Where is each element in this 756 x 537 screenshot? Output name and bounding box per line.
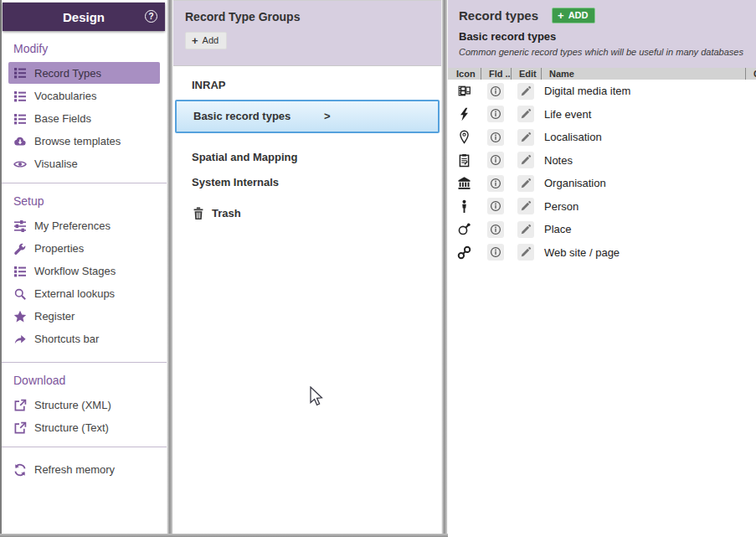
info-button[interactable] <box>487 198 504 214</box>
edit-button[interactable] <box>517 106 534 122</box>
group-description: Common generic record types which will b… <box>459 47 756 57</box>
groups-header: Record Type Groups + Add <box>173 1 441 66</box>
edit-button[interactable] <box>517 175 534 192</box>
record-type-name: Web site / page <box>541 246 745 259</box>
list-icon <box>13 265 27 278</box>
table-row: Web site / page <box>448 241 756 265</box>
globe-pin-icon <box>448 222 481 236</box>
edit-button[interactable] <box>517 83 534 100</box>
edit-button[interactable] <box>517 198 534 214</box>
edit-button[interactable] <box>517 244 534 261</box>
sidebar-item-browse-templates[interactable]: Browse templates <box>2 130 167 152</box>
pencil-icon <box>520 200 532 212</box>
group-item-basic-record-types[interactable]: Basic record types > <box>175 100 440 133</box>
splitter-right[interactable] <box>441 0 448 537</box>
group-item-inrap[interactable]: INRAP <box>173 73 441 98</box>
sidebar-item-my-preferences[interactable]: My Preferences <box>2 214 167 237</box>
info-icon <box>490 200 501 212</box>
info-icon <box>490 132 501 143</box>
groups-panel-title: Record Type Groups <box>185 10 441 23</box>
pencil-icon <box>520 178 532 189</box>
sidebar-header: Design ? <box>3 3 165 31</box>
info-button[interactable] <box>487 106 504 122</box>
selected-group-name: Basic record types <box>459 30 756 43</box>
group-item-label: Trash <box>212 201 241 226</box>
edit-button[interactable] <box>517 152 534 168</box>
record-type-groups-panel: Record Type Groups + Add INRAP Basic rec… <box>173 0 441 534</box>
pencil-icon <box>520 224 532 235</box>
person-icon <box>448 199 481 214</box>
share-arrow-icon <box>13 333 27 346</box>
add-record-type-button[interactable]: + ADD <box>552 8 595 23</box>
group-item-label: Basic record types <box>193 104 291 129</box>
splitter-left[interactable] <box>167 0 173 537</box>
table-row: Person <box>448 195 756 219</box>
group-item-trash[interactable]: Trash <box>173 201 441 226</box>
sidebar-item-base-fields[interactable]: Base Fields <box>2 107 167 130</box>
record-type-name: Notes <box>541 154 745 167</box>
list-icon <box>13 66 27 80</box>
sidebar-item-label: Refresh memory <box>34 463 115 476</box>
info-icon <box>490 108 501 120</box>
sidebar-item-label: Structure (Text) <box>34 421 109 434</box>
edit-button[interactable] <box>517 221 534 238</box>
info-button[interactable] <box>487 175 504 192</box>
link-icon <box>448 245 481 260</box>
table-row: Place <box>448 218 756 241</box>
group-item-system-internals[interactable]: System Internals <box>173 170 441 195</box>
sidebar-item-refresh-memory[interactable]: Refresh memory <box>2 458 167 481</box>
bottom-scrollbar-track[interactable] <box>0 534 448 537</box>
column-header-icon: Icon <box>448 68 481 80</box>
sidebar-item-label: Register <box>34 310 75 323</box>
sidebar-item-register[interactable]: Register <box>2 305 167 328</box>
list-icon <box>13 112 27 126</box>
pencil-icon <box>520 108 532 120</box>
trash-icon <box>192 207 205 220</box>
sidebar-menu: Modify Record Types Vocabularies Base Fi… <box>2 31 167 481</box>
table-row: Localisation <box>448 126 756 149</box>
sidebar-item-workflow-stages[interactable]: Workflow Stages <box>2 260 167 282</box>
sidebar-item-record-types[interactable]: Record Types <box>8 62 160 84</box>
group-item-label: Spatial and Mapping <box>192 145 297 170</box>
types-table-header: Icon Fld ... Edit Name C <box>448 68 756 80</box>
pencil-icon <box>520 246 532 258</box>
sidebar-item-label: Workflow Stages <box>34 265 116 277</box>
sidebar-item-properties[interactable]: Properties <box>2 237 167 260</box>
help-icon[interactable]: ? <box>145 10 157 23</box>
sidebar-item-external-lookups[interactable]: External lookups <box>2 282 167 305</box>
info-button[interactable] <box>487 152 504 168</box>
sidebar-item-shortcuts-bar[interactable]: Shortcuts bar <box>2 328 167 350</box>
sidebar-item-structure-xml[interactable]: Structure (XML) <box>2 394 167 416</box>
search-icon <box>13 287 27 301</box>
sidebar: Design ? Modify Record Types Vocabularie… <box>2 0 167 534</box>
section-label-download: Download <box>13 374 167 387</box>
sidebar-item-label: Vocabularies <box>34 90 96 102</box>
group-item-spatial-and-mapping[interactable]: Spatial and Mapping <box>173 145 441 170</box>
column-header-fields: Fld ... <box>481 68 511 80</box>
building-icon <box>448 176 481 190</box>
pencil-icon <box>520 154 532 166</box>
record-type-name: Digital media item <box>541 85 745 97</box>
sidebar-item-structure-text[interactable]: Structure (Text) <box>2 416 167 439</box>
info-button[interactable] <box>487 244 504 261</box>
info-button[interactable] <box>487 221 504 238</box>
sidebar-item-label: External lookups <box>34 287 115 300</box>
sidebar-title: Design <box>63 10 105 24</box>
record-type-name: Localisation <box>541 131 745 143</box>
sidebar-item-label: Properties <box>34 242 84 255</box>
table-row: Notes <box>448 149 756 173</box>
add-group-button[interactable]: + Add <box>185 32 227 49</box>
sliders-icon <box>13 219 27 233</box>
edit-button[interactable] <box>517 129 534 146</box>
star-icon <box>13 310 27 323</box>
sidebar-item-label: Visualise <box>34 157 78 170</box>
info-button[interactable] <box>487 83 504 100</box>
sidebar-item-vocabularies[interactable]: Vocabularies <box>2 85 167 107</box>
record-type-name: Person <box>541 200 745 213</box>
group-item-label: System Internals <box>192 170 279 195</box>
sidebar-item-visualise[interactable]: Visualise <box>2 152 167 175</box>
info-icon <box>490 85 501 97</box>
refresh-icon <box>13 463 27 477</box>
info-button[interactable] <box>487 129 504 146</box>
sidebar-item-label: Structure (XML) <box>34 399 111 411</box>
